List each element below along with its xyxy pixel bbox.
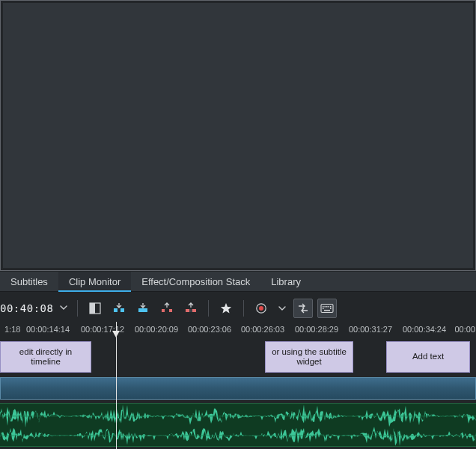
svg-rect-5 [162,309,165,312]
tab-library[interactable]: Library [260,272,311,291]
zone-toggle-button[interactable] [85,299,105,318]
ruler-tick: 00:00:20:09 [135,325,178,334]
ruler-tick: 00:00:34:24 [403,325,446,334]
record-button[interactable] [251,299,271,318]
video-track[interactable] [0,377,476,401]
zone-toggle-icon [88,302,102,315]
tab-label: Clip Monitor [69,276,120,287]
overwrite-clip-button[interactable] [133,299,153,318]
subtitle-track[interactable]: edit directly in timelineor using the su… [0,340,476,374]
svg-rect-17 [330,306,332,308]
svg-point-11 [259,306,263,311]
svg-rect-14 [325,306,326,308]
ruler-tick: 00:00:23:06 [188,325,231,334]
tab-effect-stack[interactable]: Effect/Composition Stack [131,272,260,291]
tab-clip-monitor[interactable]: Clip Monitor [58,272,131,291]
chevron-down-icon [278,304,287,313]
overwrite-clip-icon [136,302,150,315]
separator [243,300,244,317]
timeline[interactable]: 1:1800:00:14:1400:00:17:1200:00:20:0900:… [0,322,476,449]
subtitle-clip[interactable]: or using the subtitle widget [265,341,353,373]
svg-rect-3 [120,308,124,312]
favorite-effects-button[interactable] [216,299,236,318]
extract-zone-icon [160,302,174,315]
svg-rect-18 [323,308,324,310]
lift-zone-button[interactable] [181,299,201,318]
timecode-value: 00:40:08 [0,302,53,314]
svg-rect-2 [114,308,118,312]
tab-label: Library [271,276,301,287]
svg-rect-20 [324,310,330,311]
svg-rect-16 [329,306,330,308]
preview-compare-icon [296,302,310,315]
subtitle-clip[interactable]: Add text [386,341,470,373]
audio-track[interactable] [0,403,476,447]
star-icon [219,302,233,315]
timeline-toolbar: 00:40:08 [0,295,476,322]
lift-zone-icon [184,302,198,315]
svg-rect-1 [90,303,95,314]
svg-rect-8 [192,309,196,312]
ruler-tick: 00:00:28:29 [295,325,338,334]
svg-rect-15 [326,306,328,308]
ruler-tick: 1:18 [4,325,20,334]
audio-clip[interactable] [0,403,476,447]
clip-monitor-frame [0,0,476,271]
timecode-display[interactable]: 00:40:08 [0,299,70,317]
svg-rect-9 [189,309,192,312]
record-options-button[interactable] [275,299,289,318]
tab-subtitles[interactable]: Subtitles [0,272,58,291]
video-clip[interactable] [0,377,476,400]
tab-label: Subtitles [10,276,48,287]
audio-waveform [0,404,476,448]
subtitle-clip[interactable]: edit directly in timeline [0,341,91,373]
separator [77,300,78,317]
ruler-tick: 00:00 [454,325,475,334]
svg-rect-4 [138,308,147,312]
tab-label: Effect/Composition Stack [141,276,250,287]
extract-zone-button[interactable] [157,299,177,318]
svg-rect-6 [169,309,172,312]
svg-rect-19 [330,308,332,310]
record-icon [254,302,268,315]
monitor-tabs: Subtitles Clip Monitor Effect/Compositio… [0,272,476,292]
timeline-ruler[interactable]: 1:1800:00:14:1400:00:17:1200:00:20:0900:… [0,322,476,340]
insert-clip-button[interactable] [109,299,129,318]
ruler-tick: 00:00:31:27 [349,325,392,334]
clip-monitor-viewport[interactable] [3,3,473,268]
keyboard-icon [320,303,334,314]
playhead[interactable] [116,322,117,449]
separator [208,300,209,317]
svg-rect-7 [186,309,189,312]
ruler-tick: 00:00:26:03 [241,325,284,334]
svg-rect-13 [323,306,324,308]
preview-compare-button[interactable] [293,299,313,318]
ruler-tick: 00:00:14:14 [26,325,70,334]
insert-clip-icon [112,302,126,315]
keyboard-button[interactable] [317,299,337,318]
chevron-down-icon[interactable] [59,302,68,314]
